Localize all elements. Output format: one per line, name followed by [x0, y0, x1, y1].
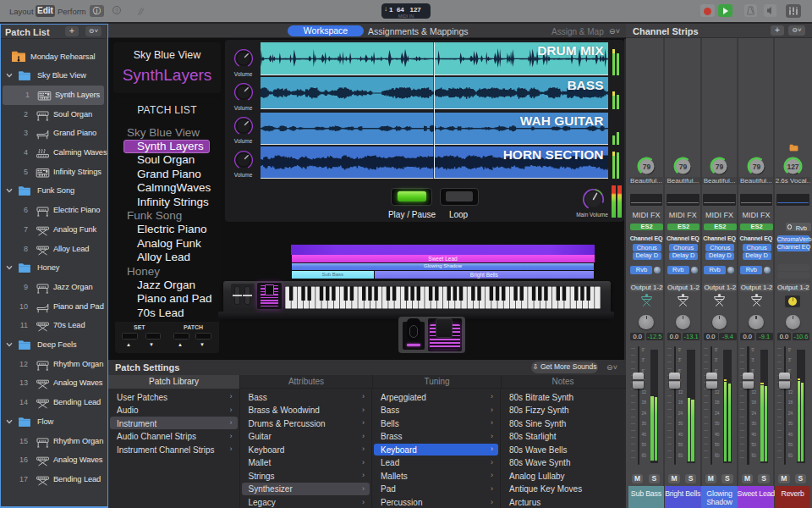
svg-text:79: 79	[752, 163, 760, 171]
svg-text:79: 79	[716, 163, 724, 171]
svg-text:79: 79	[679, 163, 688, 171]
svg-text:127: 127	[787, 163, 798, 171]
svg-text:79: 79	[642, 163, 650, 171]
